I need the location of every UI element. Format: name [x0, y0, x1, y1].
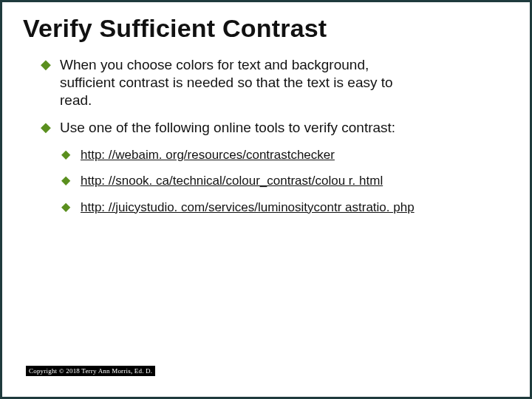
diamond-bullet-icon: ◆ — [41, 119, 51, 137]
page-title: Verify Sufficient Contrast — [2, 2, 530, 56]
content-area: ◆ When you choose colors for text and ba… — [2, 56, 530, 215]
diamond-bullet-icon: ◆ — [61, 173, 72, 188]
list-item-text: Use one of the following online tools to… — [60, 119, 395, 137]
diamond-bullet-icon: ◆ — [61, 147, 72, 163]
list-item: ◆ When you choose colors for text and ba… — [41, 56, 425, 109]
diamond-bullet-icon: ◆ — [61, 200, 72, 215]
slide: Verify Sufficient Contrast ◆ When you ch… — [2, 2, 530, 397]
list-item: ◆ http: //snook. ca/technical/colour_con… — [61, 173, 416, 188]
sub-list: ◆ http: //webaim. org/resources/contrast… — [41, 147, 491, 215]
list-item: ◆ http: //juicystudio. com/services/lumi… — [61, 200, 416, 215]
copyright-footer: Copyright © 2018 Terry Ann Morris, Ed. D… — [26, 366, 155, 376]
link-snook[interactable]: http: //snook. ca/technical/colour_contr… — [81, 173, 383, 188]
list-item: ◆ http: //webaim. org/resources/contrast… — [61, 147, 416, 163]
list-item-text: When you choose colors for text and back… — [60, 56, 425, 109]
link-juicystudio[interactable]: http: //juicystudio. com/services/lumino… — [81, 200, 415, 215]
list-item: ◆ Use one of the following online tools … — [41, 119, 425, 137]
diamond-bullet-icon: ◆ — [41, 56, 51, 109]
link-webaim[interactable]: http: //webaim. org/resources/contrastch… — [81, 147, 335, 163]
